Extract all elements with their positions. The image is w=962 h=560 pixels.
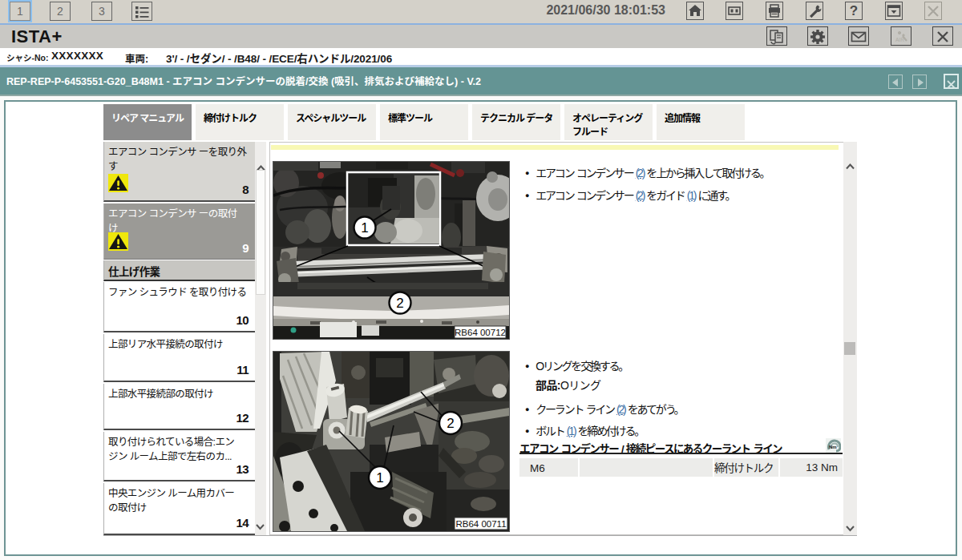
svg-text:RB64 00711: RB64 00711: [455, 519, 506, 529]
svg-text:1: 1: [376, 470, 383, 485]
svg-text:1: 1: [361, 220, 368, 236]
svg-text:Nm: Nm: [829, 445, 837, 449]
svg-text:2: 2: [396, 296, 403, 311]
svg-text:AIR: AIR: [895, 37, 904, 42]
svg-text:RB64 00712: RB64 00712: [455, 328, 506, 337]
svg-text:2: 2: [447, 416, 454, 431]
svg-text:?: ?: [850, 3, 858, 18]
